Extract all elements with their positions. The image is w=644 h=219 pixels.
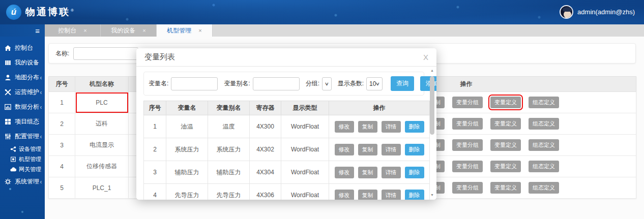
tab-我的设备[interactable]: 我的设备× <box>101 24 157 37</box>
user-menu[interactable]: admin(admin@zhs) <box>560 5 635 19</box>
model-action-变量定义[interactable]: 变量定义 <box>490 118 521 130</box>
variable-action-删除[interactable]: 删除 <box>405 167 424 178</box>
model-row-name: PLC <box>75 92 129 113</box>
variable-row-name: 先导压力 <box>166 184 208 200</box>
tab-close-icon[interactable]: × <box>142 27 145 34</box>
sidebar-item-我的设备[interactable]: 我的设备 <box>0 55 45 70</box>
model-action-组态定义[interactable]: 组态定义 <box>529 97 559 108</box>
group-select[interactable]: ∨ <box>322 77 332 90</box>
tab-机型管理[interactable]: 机型管理× <box>157 24 213 37</box>
tab-close-icon[interactable]: × <box>198 27 201 34</box>
model-action-变量定义[interactable]: 变量定义 <box>490 97 521 108</box>
model-action-组态定义[interactable]: 组态定义 <box>529 118 559 130</box>
group-label: 分组: <box>306 79 319 88</box>
sidebar-subitem-label: 设备管理 <box>19 145 41 153</box>
sidebar-item-数据分析[interactable]: 数据分析‹ <box>0 100 45 114</box>
variable-action-详情[interactable]: 详情 <box>382 190 401 200</box>
variable-row-register: 4X306 <box>250 184 281 200</box>
maintenance-tools-icon <box>5 89 12 96</box>
chevron-collapse-icon: ‹ <box>40 88 42 96</box>
variable-action-修改[interactable]: 修改 <box>335 121 354 133</box>
scrollbar-track[interactable] <box>430 73 434 193</box>
model-action-变量分组[interactable]: 变量分组 <box>452 139 483 151</box>
variable-name-input[interactable] <box>171 77 218 90</box>
sidebar-item-控制台[interactable]: 控制台 <box>0 41 45 55</box>
model-action-组态定义[interactable]: 组态定义 <box>529 139 559 151</box>
variable-action-删除[interactable]: 删除 <box>405 190 424 200</box>
sidebar-nav: 控制台我的设备地图分布‹运营维护‹数据分析‹项目组态配置管理‹设备管理机型管理网… <box>0 37 45 219</box>
sidebar-item-运营维护[interactable]: 运营维护‹ <box>0 85 45 100</box>
variable-row-display-type: WordFloat <box>281 184 329 200</box>
variable-action-修改[interactable]: 修改 <box>335 167 354 178</box>
model-row-no: 5 <box>49 177 75 199</box>
sidebar-item-地图分布[interactable]: 地图分布‹ <box>0 70 45 85</box>
variable-alias-input[interactable] <box>253 77 300 90</box>
variable-row-no: 4 <box>144 184 166 200</box>
system-gear-icon <box>5 178 12 185</box>
variable-row-actions: 修改复制详情删除 <box>329 184 430 200</box>
sidebar-item-项目组态[interactable]: 项目组态 <box>0 114 45 129</box>
variable-row-actions: 修改复制详情删除 <box>329 115 430 138</box>
model-action-变量分组[interactable]: 变量分组 <box>452 161 483 172</box>
variable-action-复制[interactable]: 复制 <box>358 190 377 200</box>
variable-action-修改[interactable]: 修改 <box>335 190 354 200</box>
variable-action-复制[interactable]: 复制 <box>358 144 377 155</box>
model-row-name: 电流显示 <box>75 135 129 156</box>
modal-scrollbar[interactable]: ▲ ▼ <box>429 69 435 197</box>
variable-table-row: 4先导压力先导压力4X306WordFloat修改复制详情删除 <box>144 184 430 200</box>
sidebar-item-label: 数据分析 <box>15 103 40 111</box>
page-size-select[interactable]: 10 ∨ <box>366 77 383 90</box>
model-action-变量定义[interactable]: 变量定义 <box>490 182 521 194</box>
config-sliders-icon <box>5 133 12 140</box>
scroll-up-icon[interactable]: ▲ <box>430 69 434 73</box>
model-row-no: 4 <box>49 156 75 177</box>
home-icon <box>5 45 12 51</box>
variable-table-header-变量名: 变量名 <box>166 101 208 115</box>
sidebar-subitem-设备管理[interactable]: 设备管理 <box>0 144 45 154</box>
sidebar-subitem-机型管理[interactable]: 机型管理 <box>0 154 45 164</box>
chevron-down-icon: ∨ <box>325 81 329 86</box>
model-action-变量分组[interactable]: 变量分组 <box>452 97 483 108</box>
variable-row-no: 3 <box>144 161 166 184</box>
model-action-变量定义[interactable]: 变量定义 <box>490 161 521 172</box>
scrollbar-thumb[interactable] <box>430 76 434 135</box>
chevron-collapse-icon: ‹ <box>40 133 42 140</box>
model-action-组态定义[interactable]: 组态定义 <box>529 182 559 194</box>
variable-action-详情[interactable]: 详情 <box>382 121 401 133</box>
name-filter-input[interactable] <box>73 47 138 60</box>
model-action-组态定义[interactable]: 组态定义 <box>529 161 559 172</box>
name-filter-label: 名称: <box>55 49 69 58</box>
modal-close-icon[interactable]: X <box>423 53 428 61</box>
scroll-down-icon[interactable]: ▼ <box>430 193 434 197</box>
sidebar-item-配置管理[interactable]: 配置管理‹ <box>0 129 45 144</box>
model-action-变量定义[interactable]: 变量定义 <box>490 139 521 151</box>
variable-filter-bar: 变量名: 变量别名: 分组: ∨ 显示条数: 10 ∨ 查询 添加 批量选择 <box>143 72 424 96</box>
model-row-name: 迈科 <box>75 113 129 135</box>
tab-label: 我的设备 <box>111 26 135 35</box>
page-size-label: 显示条数: <box>338 79 364 88</box>
variable-action-复制[interactable]: 复制 <box>358 167 377 178</box>
variable-action-详情[interactable]: 详情 <box>382 167 401 178</box>
variable-row-no: 2 <box>144 138 166 161</box>
sidebar-subitem-网关管理[interactable]: 网关管理 <box>0 164 45 174</box>
search-button[interactable]: 查询 <box>391 76 414 91</box>
variable-action-详情[interactable]: 详情 <box>382 144 401 155</box>
sidebar-item-系统管理[interactable]: 系统管理‹ <box>0 174 45 189</box>
tab-close-icon[interactable]: × <box>83 27 86 34</box>
variable-row-alias: 温度 <box>208 115 250 138</box>
variable-action-删除[interactable]: 删除 <box>405 121 424 133</box>
variable-action-复制[interactable]: 复制 <box>358 121 377 133</box>
brand-logo: ú 物通博联® <box>6 5 75 20</box>
model-action-变量分组[interactable]: 变量分组 <box>452 182 483 194</box>
tab-控制台[interactable]: 控制台× <box>45 24 101 37</box>
variable-action-删除[interactable]: 删除 <box>405 144 424 155</box>
variable-row-register: 4X302 <box>250 138 281 161</box>
model-table-header-no: 序号 <box>49 77 75 92</box>
variable-action-修改[interactable]: 修改 <box>335 144 354 155</box>
hamburger-menu-icon[interactable]: ≡ <box>35 27 40 35</box>
variable-table-header-变量别名: 变量别名 <box>208 101 250 115</box>
model-action-变量分组[interactable]: 变量分组 <box>452 118 483 130</box>
model-row-no: 3 <box>49 135 75 156</box>
user-avatar[interactable] <box>560 5 573 19</box>
devices-icon <box>5 59 12 66</box>
